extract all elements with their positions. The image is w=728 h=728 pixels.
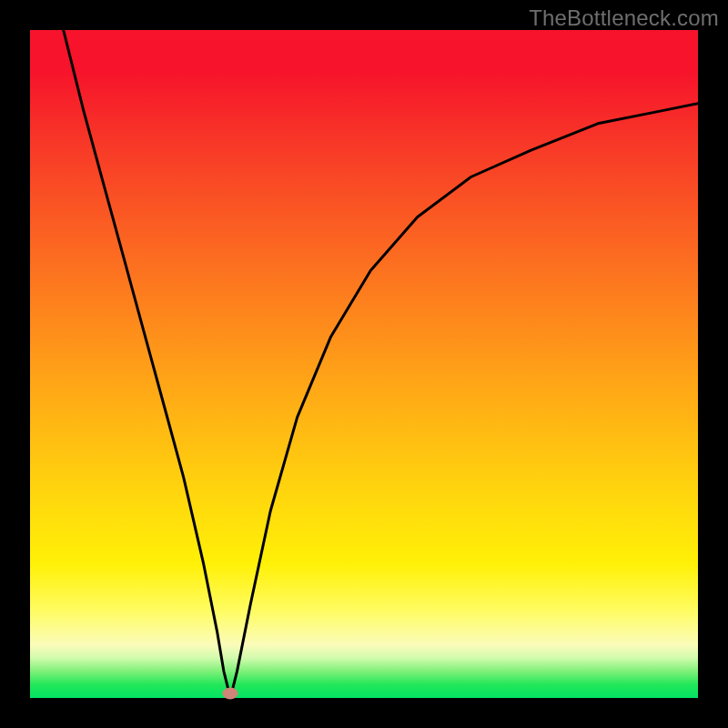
watermark-text: TheBottleneck.com — [529, 5, 719, 31]
chart-frame: TheBottleneck.com — [0, 0, 728, 728]
plot-area — [30, 30, 698, 698]
optimum-marker — [223, 687, 238, 699]
bottleneck-curve — [30, 30, 698, 698]
curve-path — [64, 30, 698, 698]
